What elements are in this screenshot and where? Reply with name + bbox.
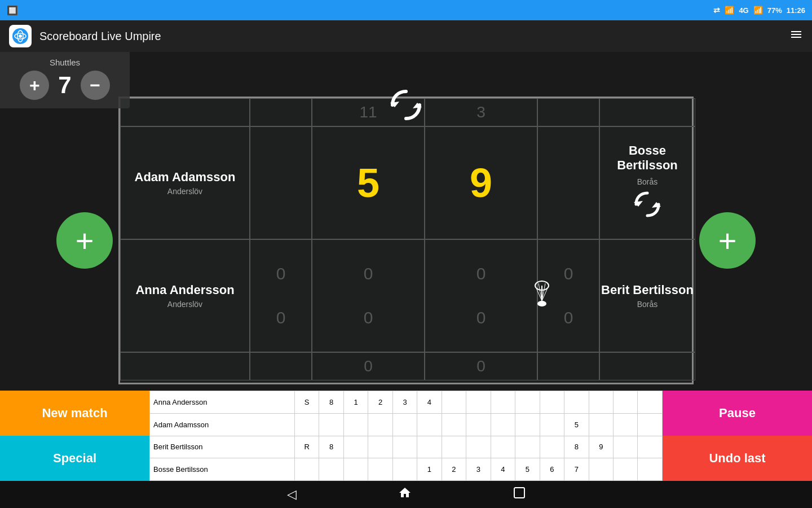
pause-button[interactable]: Pause [663,391,812,436]
score-left-bottom: 0 0 [312,239,425,352]
new-match-button[interactable]: New match [0,391,149,436]
court-mid-right-1 [537,126,599,239]
table-row: Berit BertilssonR889 [150,436,663,458]
table-row: Anna AnderssonS81234 [150,391,663,414]
score-right-b2: 0 [476,308,486,327]
shuttle-subtract-button[interactable]: − [81,71,110,100]
table-cell [515,391,540,414]
table-cell [638,413,663,436]
court-top-4: 3 [425,98,537,126]
battery-label: 77% [767,6,782,15]
left-buttons: New match Special [0,391,149,481]
status-bar: 🔲 ⇄ 📶 4G 📶 77% 11:26 [0,0,812,20]
table-cell: 8 [564,436,589,458]
sync-icon: ⇄ [713,6,720,15]
player4-score-b: 0 [564,308,573,327]
player2-score-a: 0 [276,264,286,283]
table-cell [564,391,589,414]
table-cell: 8 [319,436,343,458]
table-cell: 3 [466,458,491,481]
score-left-b2: 0 [364,308,373,327]
score-left-b1: 0 [364,264,373,283]
table-cell: 7 [564,458,589,481]
table-cell [515,413,540,436]
table-cell [540,413,564,436]
nav-home-button[interactable] [398,486,412,503]
table-cell [491,436,515,458]
player1-name: Adam Adamsson [135,170,236,185]
undo-refresh-button[interactable] [386,85,426,125]
score-top-left: 11 [359,103,377,121]
nav-bar: ◁ [0,481,812,508]
undo-last-button[interactable]: Undo last [663,436,812,481]
wifi-icon: 📶 [725,6,734,15]
table-cell [515,436,540,458]
table-cell: 2 [442,458,466,481]
shuttles-panel: Shuttles + 7 − [0,52,130,108]
table-cell: 4 [491,458,515,481]
score-table-container: Anna AnderssonS81234Adam Adamsson5Berit … [149,391,663,481]
table-player-name: Anna Andersson [150,391,295,414]
nav-back-button[interactable]: ◁ [287,487,297,502]
table-cell [466,436,491,458]
court-bot-4: 0 [425,352,537,380]
table-cell: 4 [417,391,442,414]
right-score-button[interactable]: + [699,212,756,269]
score-bot-right: 0 [476,357,486,375]
score-top-right: 3 [476,103,486,121]
table-cell: 1 [417,458,442,481]
app-logo [9,25,32,47]
nav-recents-button[interactable] [513,487,526,502]
table-cell [613,391,637,414]
table-cell [368,458,392,481]
left-score-button[interactable]: + [56,212,113,269]
table-cell [417,413,442,436]
score-bot-left: 0 [364,357,373,375]
table-cell [392,458,417,481]
player2-cell: Anna Andersson Anderslöv [120,239,250,352]
special-button[interactable]: Special [0,436,149,481]
table-cell [638,391,663,414]
player1-city: Anderslöv [167,187,202,196]
table-cell [589,413,613,436]
court-bot-3: 0 [312,352,425,380]
time-label: 11:26 [787,6,805,15]
status-left: 🔲 [7,5,18,16]
player4-cell: Berit Bertilsson Borås [599,239,695,352]
court-top-2 [250,98,312,126]
status-right: ⇄ 📶 4G 📶 77% 11:26 [713,6,805,15]
network-label: 4G [739,6,748,15]
court-top-1 [120,98,250,126]
player1-cell: Adam Adamsson Anderslöv [120,126,250,239]
right-buttons: Pause Undo last [663,391,812,481]
table-cell [319,413,343,436]
table-cell: 1 [343,391,368,414]
table-cell [613,413,637,436]
table-cell [417,436,442,458]
court-container: + + 11 3 A [118,97,694,384]
table-row: Adam Adamsson5 [150,413,663,436]
settings-icon[interactable] [789,28,803,45]
shuttlecock-icon [533,280,551,312]
table-cell [319,458,343,481]
table-status [294,458,319,481]
table-cell [466,413,491,436]
court-bot-5 [537,352,599,380]
table-cell: 8 [319,391,343,414]
table-cell [392,413,417,436]
table-status [294,413,319,436]
player4-city: Borås [637,300,658,309]
table-cell [442,436,466,458]
table-cell: 9 [589,436,613,458]
shuttle-add-button[interactable]: + [20,71,49,100]
table-cell [613,436,637,458]
svg-rect-15 [514,488,524,498]
score-main-left: 5 [312,126,425,239]
table-cell [368,436,392,458]
player4-score-a: 0 [564,264,573,283]
table-cell [343,436,368,458]
player1-score-main: 5 [357,160,379,206]
table-cell: 3 [392,391,417,414]
table-cell [343,458,368,481]
player2-name: Anna Andersson [135,283,234,297]
